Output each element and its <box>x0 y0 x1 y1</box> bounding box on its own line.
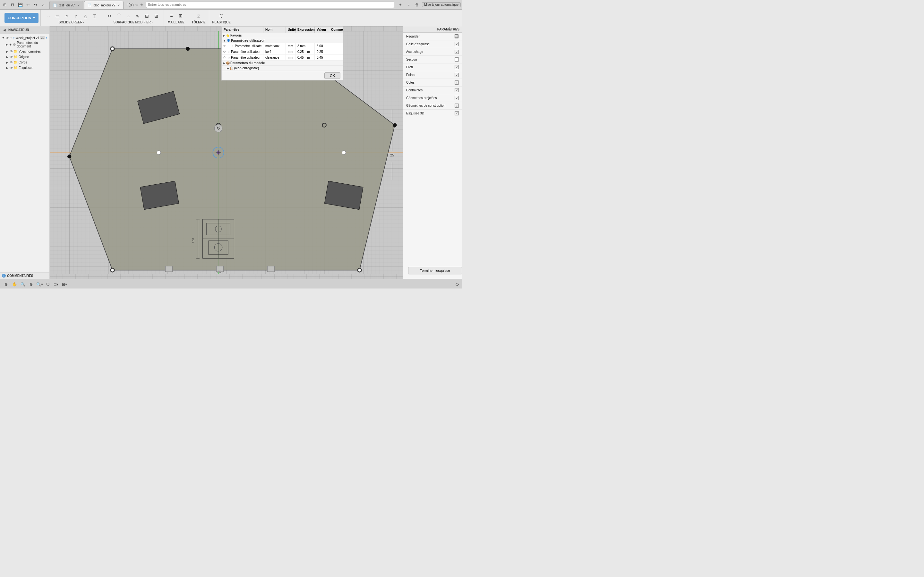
solide-icon-1[interactable]: → <box>44 12 52 20</box>
mail-icon-1[interactable]: ≡ <box>167 11 176 20</box>
apps-icon[interactable]: ⊟ <box>9 1 16 8</box>
accrochage-checkbox[interactable] <box>455 50 459 54</box>
tab-test-jeu[interactable]: 📄 test_jeu v6* ✕ <box>49 1 83 9</box>
ok-button[interactable]: OK <box>325 73 341 79</box>
section-model-params[interactable]: ▶ 📦 Paramètres du modèle <box>222 61 343 66</box>
nav-item-project[interactable]: ▼ 👁 □ ⊡ week_project v1 v1 ● <box>0 35 49 40</box>
terminer-button[interactable]: Terminer l'esquisse <box>408 267 462 274</box>
right-panel-row-profil: Profil <box>403 63 462 71</box>
undo-icon[interactable]: ↩ <box>24 1 31 8</box>
nav-item-corps[interactable]: ▶ 👁 📁 Corps <box>0 60 49 65</box>
nav-item-esquisses[interactable]: ▶ 👁 📁 Esquisses <box>0 65 49 71</box>
geo-proj-checkbox[interactable] <box>455 96 459 100</box>
fusion-logo-icon: ⟳ <box>456 282 459 287</box>
cotes-checkbox[interactable] <box>455 81 459 85</box>
model-params-arrow[interactable]: ▶ <box>223 61 225 65</box>
tab-close-1[interactable]: ✕ <box>78 4 80 7</box>
nav-label-vues: Vues nommées <box>19 50 41 53</box>
nav-item-vues[interactable]: ▶ 👁 📁 Vues nommées <box>0 49 49 54</box>
footer-left: ⊕ ✋ 🔍 ⊖ 🔍▾ ⬡ □▾ ⊞▾ <box>3 281 68 288</box>
plas-icon-1[interactable]: ⬡ <box>217 11 226 20</box>
esquisse3d-checkbox[interactable] <box>455 111 459 115</box>
profil-checkbox[interactable] <box>455 65 459 69</box>
fx-icon[interactable]: f(x) <box>128 2 134 7</box>
right-panel: PARAMÈTRES Regarder 🔲 Grille d'esquisse … <box>403 26 462 279</box>
clearance-valeur: 0.45 <box>315 55 329 60</box>
footer-view-dropdown[interactable]: □▾ <box>53 281 60 288</box>
nav-item-params-doc[interactable]: ▶ 👁 ⚙ Paramètres du document <box>0 40 49 49</box>
geo-const-checkbox[interactable] <box>455 103 459 108</box>
delete-param-icon[interactable]: 🗑 <box>414 1 421 8</box>
clearance-unite: mm <box>286 55 296 60</box>
surf-icon-2[interactable]: ⌒ <box>115 12 123 20</box>
kerf-commentaires <box>329 51 343 53</box>
footer-zoom-in-icon[interactable]: 🔍 <box>19 281 26 288</box>
tab-bloc-moteur[interactable]: 📄 bloc_moteur v2 ✕ <box>84 1 123 9</box>
surf-icon-4[interactable]: ∿ <box>134 12 142 20</box>
footer-cursor-icon[interactable]: ⊕ <box>3 281 10 288</box>
unregistered-arrow[interactable]: ▶ <box>227 67 229 70</box>
solide-icon-4[interactable]: ∩ <box>72 12 80 20</box>
param-row-kerf: ☆ ☆ Paramètre utilisateur kerf mm 0.25 m… <box>222 49 343 55</box>
center-area: Paramètre Nom Unité Expression Valeur Co… <box>50 26 403 279</box>
kerf-star[interactable]: ☆ <box>222 49 226 55</box>
import-icon[interactable]: ↓ <box>405 1 412 8</box>
svg-point-16 <box>111 269 113 271</box>
nav-item-origine[interactable]: ▶ 👁 📁 Origine <box>0 54 49 60</box>
favoris-label: Favoris <box>230 34 242 37</box>
header-nom: Nom <box>263 27 286 33</box>
bookmark-icon[interactable]: ☆ <box>135 3 139 7</box>
footer-grid-view-icon[interactable]: ⊞▾ <box>61 281 68 288</box>
star-icon[interactable]: ★ <box>140 3 144 7</box>
home-icon[interactable]: ⌂ <box>40 1 47 8</box>
surf-icon-1[interactable]: ✂ <box>105 12 114 20</box>
section-checkbox[interactable] <box>455 57 459 61</box>
nav-folder-esquisses: 📁 <box>13 66 18 70</box>
clearance-star[interactable]: ☆ <box>222 55 226 60</box>
solide-icon-3[interactable]: ○ <box>63 12 71 20</box>
section-favoris[interactable]: ▶ ⭐ Favoris <box>222 33 343 38</box>
conception-button[interactable]: CONCEPTION ▼ <box>5 13 39 23</box>
grid-icon[interactable]: ⊞ <box>1 1 8 8</box>
creer-dropdown[interactable]: CRÉER <box>71 21 82 24</box>
favoris-arrow[interactable]: ▶ <box>223 34 225 37</box>
nav-collapse-btn[interactable]: ◀ <box>2 27 7 33</box>
mise-a-jour-checkbox[interactable]: Mise à jour automatique <box>422 2 461 7</box>
redo-icon[interactable]: ↪ <box>32 1 39 8</box>
materiaux-star[interactable]: ☆ <box>222 43 226 49</box>
nav-tree: ▼ 👁 □ ⊡ week_project v1 v1 ● ▶ 👁 ⚙ Param… <box>0 34 49 272</box>
mail-icon-2[interactable]: ⊞ <box>176 11 185 20</box>
save-icon[interactable]: 💾 <box>17 1 24 8</box>
top-right-icons: ＋ ↓ 🗑 <box>397 1 421 8</box>
regarder-icon[interactable]: 🔲 <box>454 34 459 39</box>
maillage-label: MAILLAGE <box>168 21 184 24</box>
add-param-icon[interactable]: ＋ <box>397 1 404 8</box>
grille-checkbox[interactable] <box>455 42 459 46</box>
footer-view-cube-icon[interactable]: ⬡ <box>44 281 51 288</box>
modifier-dropdown[interactable]: MODIFIER <box>135 21 151 24</box>
footer-zoom-dropdown[interactable]: 🔍▾ <box>36 281 43 288</box>
section-unregistered[interactable]: ▶ 📋 (Non enregistré) <box>222 66 343 71</box>
terminer-area: Terminer l'esquisse <box>403 262 462 279</box>
tol-icon-1[interactable]: ⧖ <box>194 11 203 20</box>
solide-icon-5[interactable]: △ <box>81 12 89 20</box>
user-params-arrow[interactable]: ▼ <box>223 39 226 42</box>
right-panel-row-geo-const: Géométries de construction <box>403 102 462 110</box>
footer-zoom-out-icon[interactable]: ⊖ <box>27 281 35 288</box>
nav-more-btn[interactable]: ⋯ <box>44 28 47 32</box>
param-search-input[interactable] <box>146 2 394 8</box>
points-checkbox[interactable] <box>455 73 459 77</box>
surf-icon-3[interactable]: ⌓ <box>124 12 132 20</box>
nav-folder-origine: 📁 <box>13 55 18 59</box>
surf-icon-6[interactable]: ⊞ <box>152 12 160 20</box>
right-panel-row-points: Points <box>403 71 462 79</box>
section-user-params[interactable]: ▼ 👤 Paramètres utilisateur <box>222 38 343 43</box>
footer-hand-icon[interactable]: ✋ <box>11 281 18 288</box>
tab-close-2[interactable]: ✕ <box>118 4 120 7</box>
solide-icon-6[interactable]: ⌶ <box>90 12 99 20</box>
clearance-commentaires <box>329 57 343 59</box>
solide-icon-2[interactable]: ▭ <box>53 12 61 20</box>
cotes-label: Cotes <box>406 81 415 84</box>
contraintes-checkbox[interactable] <box>455 88 459 92</box>
surf-icon-5[interactable]: ⊟ <box>143 12 151 20</box>
